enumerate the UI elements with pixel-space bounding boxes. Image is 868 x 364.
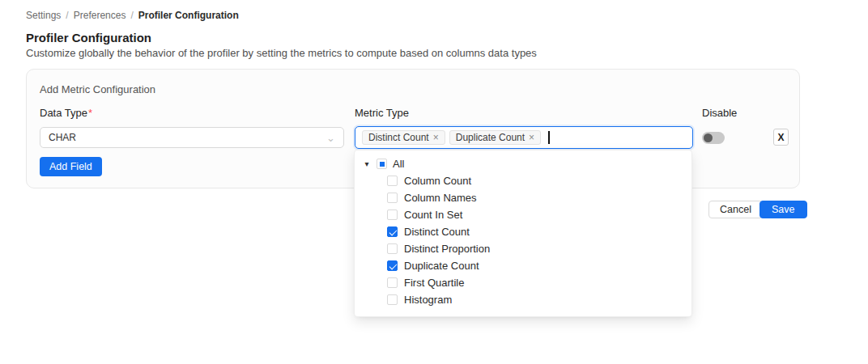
required-asterisk: * <box>88 107 92 119</box>
metric-option-label: Duplicate Count <box>404 260 479 272</box>
checkbox-all-icon[interactable] <box>377 159 387 169</box>
metric-option-label: Histogram <box>404 294 452 306</box>
toggle-knob <box>704 133 713 142</box>
breadcrumb-profiler-configuration: Profiler Configuration <box>138 10 239 21</box>
disable-label: Disable <box>702 107 737 119</box>
breadcrumb-separator: / <box>130 10 133 21</box>
metric-option-duplicate-count[interactable]: Duplicate Count <box>355 257 691 274</box>
card-title: Add Metric Configuration <box>40 83 155 95</box>
checkbox-icon[interactable] <box>387 176 398 186</box>
metric-option-column-count[interactable]: Column Count <box>355 172 691 189</box>
add-field-button[interactable]: Add Field <box>40 157 102 176</box>
metric-option-label: Count In Set <box>404 209 462 221</box>
data-type-select[interactable]: CHAR ⌄ <box>40 127 344 148</box>
metric-option-label: Distinct Count <box>404 226 470 238</box>
metric-tag: Duplicate Count × <box>449 130 541 145</box>
data-type-value: CHAR <box>49 132 76 143</box>
tag-remove-icon[interactable]: × <box>433 133 439 142</box>
profiler-configuration-page: Settings / Preferences / Profiler Config… <box>0 0 868 364</box>
metric-tag: Distinct Count × <box>362 130 445 145</box>
save-button[interactable]: Save <box>760 201 807 218</box>
metric-option-histogram[interactable]: Histogram <box>355 291 691 308</box>
cancel-button[interactable]: Cancel <box>708 201 763 218</box>
checkbox-icon[interactable] <box>387 294 398 305</box>
breadcrumb-settings[interactable]: Settings <box>26 10 61 21</box>
disable-toggle[interactable] <box>702 132 725 144</box>
checkbox-icon[interactable] <box>387 193 398 203</box>
metric-option-label: First Quartile <box>404 277 464 289</box>
metric-option-first-quartile[interactable]: First Quartile <box>355 274 691 291</box>
metric-option-distinct-count[interactable]: Distinct Count <box>355 223 691 240</box>
checkbox-icon[interactable] <box>387 243 398 254</box>
remove-field-button[interactable]: X <box>773 129 789 146</box>
text-cursor <box>548 131 550 144</box>
data-type-label: Data Type* <box>40 107 92 119</box>
chevron-down-icon: ⌄ <box>326 133 335 143</box>
metric-option-distinct-proportion[interactable]: Distinct Proportion <box>355 240 691 257</box>
page-title: Profiler Configuration <box>26 31 151 44</box>
metric-option-label: Distinct Proportion <box>404 243 490 255</box>
metric-option-label: Column Count <box>404 175 471 187</box>
metric-option-label: Column Names <box>404 192 477 204</box>
checkbox-icon[interactable] <box>387 260 398 271</box>
tag-remove-icon[interactable]: × <box>529 133 534 142</box>
metric-type-dropdown: ▾ All Column Count Column Names Count In… <box>354 150 692 317</box>
breadcrumb: Settings / Preferences / Profiler Config… <box>26 10 239 21</box>
checkbox-icon[interactable] <box>387 226 398 237</box>
metric-type-label: Metric Type <box>355 107 409 119</box>
breadcrumb-preferences[interactable]: Preferences <box>74 10 126 21</box>
metric-option-column-names[interactable]: Column Names <box>355 189 691 206</box>
metric-option-label: All <box>393 158 404 170</box>
metric-tag-label: Duplicate Count <box>456 132 525 143</box>
data-type-label-text: Data Type <box>40 107 87 119</box>
caret-down-icon[interactable]: ▾ <box>363 159 371 168</box>
metric-option-all[interactable]: ▾ All <box>355 155 691 172</box>
checkbox-icon[interactable] <box>387 210 398 220</box>
metric-type-multiselect[interactable]: Distinct Count × Duplicate Count × <box>355 126 693 149</box>
page-subtitle: Customize globally the behavior of the p… <box>26 47 537 59</box>
breadcrumb-separator: / <box>66 10 68 21</box>
metric-tag-label: Distinct Count <box>368 132 429 143</box>
checkbox-icon[interactable] <box>387 277 398 288</box>
metric-option-count-in-set[interactable]: Count In Set <box>355 206 691 223</box>
